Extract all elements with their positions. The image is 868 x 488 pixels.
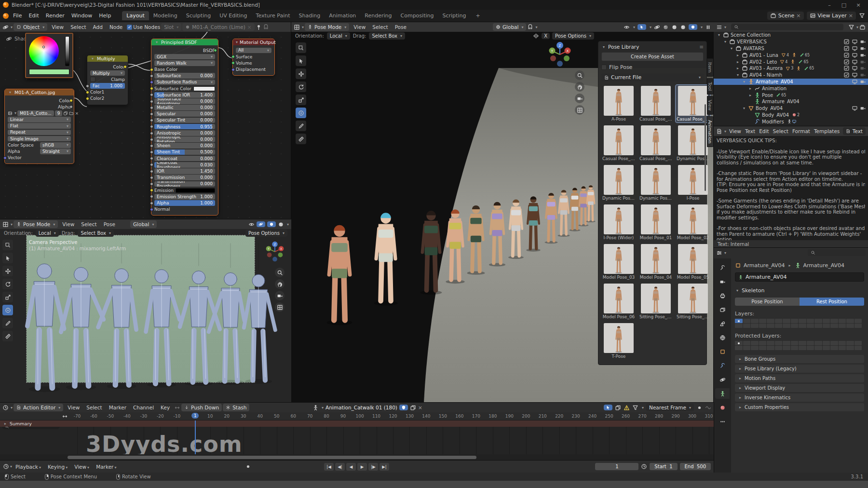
tool-button[interactable]: [2, 331, 13, 341]
flip-pose-checkbox[interactable]: [601, 65, 607, 70]
color-swatch[interactable]: [29, 69, 69, 75]
reorder-icons[interactable]: [174, 405, 180, 411]
distribution-dropdown[interactable]: GGX▾: [154, 54, 215, 60]
shader-menu-item[interactable]: View: [48, 23, 67, 31]
collapsed-panel[interactable]: ▸Inverse Kinematics: [735, 393, 864, 402]
falloff-icon[interactable]: [705, 405, 711, 411]
camera-viewport[interactable]: ▾ Pose Mode▾ ViewSelectPose Global▾ ▾ Or…: [0, 219, 291, 403]
dope-menu-item[interactable]: View: [64, 404, 83, 411]
image-users-button[interactable]: 9: [55, 110, 63, 116]
bsdf-property-row[interactable]: Anisotropic0.000: [154, 130, 215, 136]
slot-dropdown[interactable]: Slot▾: [161, 23, 181, 31]
outliner-row[interactable]: ▾ AVATARS: [714, 45, 868, 52]
selectable-toggle-icon[interactable]: [843, 59, 850, 65]
color-wheel-cursor[interactable]: [42, 46, 45, 48]
pose-item[interactable]: Model Pose_04: [638, 243, 673, 281]
collapsed-panel[interactable]: ▸Custom Properties: [735, 403, 864, 411]
skeleton-panel-title[interactable]: Skeleton: [742, 287, 765, 294]
render-toggle-icon[interactable]: [860, 65, 866, 71]
mirror-axis-button[interactable]: X: [542, 33, 550, 39]
text-content[interactable]: VERYBASICS QUICK TIPS:-Use Viewport Enab…: [714, 136, 868, 244]
alpha-mode-dropdown[interactable]: Straight▾: [40, 149, 71, 154]
transform-orientation-dropdown[interactable]: Global▾: [130, 220, 157, 228]
close-button[interactable]: ×: [852, 2, 865, 8]
blend-mode-dropdown[interactable]: Multiply▾: [90, 70, 125, 76]
viewport-hide-toggle-icon[interactable]: [852, 105, 858, 111]
dope-menu-item[interactable]: Select: [83, 404, 105, 411]
pose-item[interactable]: Model Pose_06: [601, 283, 636, 320]
menu-item[interactable]: Render: [42, 12, 68, 20]
new-collection-icon[interactable]: [859, 24, 866, 30]
perspective-grid-icon[interactable]: [275, 302, 285, 312]
viewport-menu-item[interactable]: View: [59, 220, 78, 228]
auto-key-icon[interactable]: [245, 463, 251, 470]
tool-button[interactable]: [2, 240, 13, 250]
outliner-row[interactable]: ▸ AV03 - Aurora 3 65: [714, 65, 868, 72]
sidebar-tab[interactable]: View: [707, 96, 714, 115]
tool-button[interactable]: [296, 81, 306, 92]
shader-menu-item[interactable]: Node: [106, 23, 126, 31]
pose-item[interactable]: T-Pose: [601, 322, 636, 360]
outliner-row[interactable]: ▾ Scene Collection: [714, 32, 868, 39]
rest-position-button[interactable]: Rest Position: [800, 298, 864, 306]
bsdf-property-row[interactable]: Sheen0.000: [154, 143, 215, 149]
editor-type-icon[interactable]: [716, 250, 722, 256]
image-option-dropdown[interactable]: Flat▾: [8, 123, 71, 129]
display-mode-icon[interactable]: [716, 24, 722, 30]
filter-icon[interactable]: [859, 13, 865, 19]
workspace-tab[interactable]: Layout: [122, 11, 149, 20]
bsdf-color-swatch[interactable]: [176, 188, 215, 193]
snap-icon[interactable]: [527, 24, 533, 30]
sidebar-tab[interactable]: Animation: [707, 116, 714, 147]
selectable-toggle-icon[interactable]: [843, 52, 850, 58]
viewport-hide-toggle-icon[interactable]: [852, 45, 858, 52]
maximize-button[interactable]: □: [837, 2, 851, 8]
tool-button[interactable]: [296, 42, 306, 53]
workspace-tab[interactable]: Modeling: [149, 11, 182, 20]
menu-item[interactable]: File: [10, 12, 25, 20]
tool-button[interactable]: [2, 318, 13, 328]
shading-solid-icon[interactable]: [278, 221, 284, 228]
viewport-hide-toggle-icon[interactable]: [852, 72, 858, 78]
pose-item[interactable]: Casual Pose_01: [638, 85, 673, 122]
viewport-hide-toggle-icon[interactable]: [852, 39, 858, 45]
material-selector[interactable]: M01-A_Cotton (Lime)×: [182, 23, 254, 31]
tool-button[interactable]: [296, 108, 306, 118]
expand-icon[interactable]: ▾: [723, 40, 728, 44]
pose-source-dropdown[interactable]: Current File▾: [601, 73, 704, 81]
pose-position-button[interactable]: Pose Position: [735, 298, 800, 306]
pose-thumbnail[interactable]: [678, 284, 708, 313]
unlink-action-icon[interactable]: ×: [418, 405, 422, 410]
properties-tab[interactable]: [715, 346, 730, 357]
pose-item[interactable]: Casual Pose_03: [638, 124, 673, 162]
workspace-tab[interactable]: Texture Paint: [252, 11, 295, 20]
pose-options-dropdown[interactable]: Pose Options▾: [552, 32, 594, 40]
bsdf-slider[interactable]: Sheen Tint0.500: [154, 149, 215, 155]
outliner-row[interactable]: ▸ AV01 - Luna 4 65: [714, 52, 868, 58]
text-menu-item[interactable]: Text: [743, 128, 757, 135]
properties-tab[interactable]: [715, 402, 730, 413]
shading-rendered-icon[interactable]: [689, 24, 697, 30]
transport-button[interactable]: |▶: [368, 463, 378, 471]
dope-mode-dropdown[interactable]: Action Editor▾: [14, 404, 63, 411]
render-toggle-icon[interactable]: [860, 105, 866, 111]
viewport-3d[interactable]: ▾ Pose Mode▾ ViewSelectPose Global▾ ▾ ▾ …: [291, 22, 714, 403]
tool-button[interactable]: [296, 68, 306, 79]
tool-button[interactable]: [296, 55, 306, 66]
push-down-button[interactable]: Push Down: [181, 404, 222, 411]
orientation-dropdown[interactable]: Local▾: [36, 230, 59, 237]
collapsed-panel[interactable]: ▸Motion Paths: [735, 374, 864, 382]
node-canvas[interactable]: Shader Nodetree ▾M01-A_Cotton.jpg Color …: [0, 32, 291, 219]
transport-button[interactable]: ▶: [357, 463, 367, 471]
properties-tab[interactable]: [715, 360, 730, 371]
properties-tab[interactable]: [715, 374, 730, 385]
add-workspace-button[interactable]: +: [471, 11, 484, 20]
properties-search[interactable]: [808, 249, 866, 256]
pose-thumbnail[interactable]: [641, 86, 671, 116]
menu-item[interactable]: Help: [95, 12, 114, 20]
shading-material-icon[interactable]: [680, 24, 686, 30]
shading-wireframe-icon[interactable]: [663, 24, 669, 30]
shader-menu-item[interactable]: Add: [90, 23, 106, 31]
expand-icon[interactable]: ▸: [735, 53, 740, 57]
proportional-edit-icon[interactable]: [696, 405, 703, 411]
